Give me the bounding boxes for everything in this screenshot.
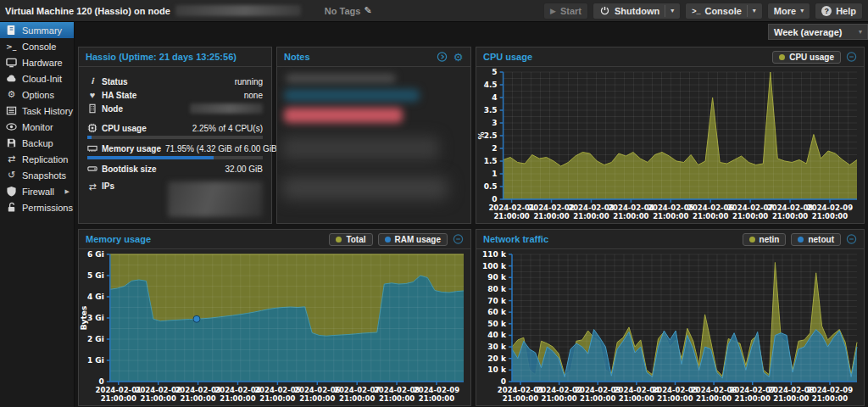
svg-text:2024-02-09: 2024-02-09 bbox=[414, 386, 459, 394]
svg-text:110 k: 110 k bbox=[482, 250, 507, 259]
svg-text:>_: >_ bbox=[6, 42, 17, 51]
legend-label: netout bbox=[808, 235, 834, 244]
shield-icon bbox=[6, 186, 17, 197]
svg-text:21:00:00: 21:00:00 bbox=[533, 212, 569, 220]
sidebar-item-permissions[interactable]: Permissions bbox=[0, 199, 74, 215]
sidebar-item-monitor[interactable]: Monitor bbox=[0, 119, 74, 135]
svg-text:21:00:00: 21:00:00 bbox=[220, 394, 255, 403]
sidebar-item-console[interactable]: >_ Console bbox=[0, 38, 74, 54]
collapse-icon[interactable] bbox=[453, 234, 464, 245]
svg-text:Bytes: Bytes bbox=[80, 306, 88, 331]
svg-text:10 k: 10 k bbox=[487, 365, 507, 374]
sidebar-item-replication[interactable]: ⇄ Replication bbox=[0, 151, 74, 167]
chevron-down-icon[interactable]: ▾ bbox=[753, 7, 756, 14]
gear-icon[interactable]: ⚙ bbox=[453, 52, 464, 63]
memory-panel-header: Memory usage Total RAM usage bbox=[79, 230, 470, 249]
collapse-icon[interactable] bbox=[846, 52, 857, 63]
shutdown-button[interactable]: Shutdown ▾ bbox=[593, 3, 681, 20]
sidebar-item-label: Console bbox=[22, 42, 56, 52]
sidebar-item-backup[interactable]: Backup bbox=[0, 135, 74, 151]
chevron-down-icon: ▾ bbox=[800, 7, 804, 14]
display-icon bbox=[6, 57, 17, 68]
svg-text:30 k: 30 k bbox=[487, 343, 507, 351]
cpu-panel-title: CPU usage bbox=[483, 52, 532, 62]
node-name-redacted bbox=[175, 5, 301, 16]
ips-value-redacted bbox=[168, 181, 263, 217]
legend-cpu-usage[interactable]: CPU usage bbox=[772, 51, 841, 64]
sidebar-item-label: Monitor bbox=[22, 122, 53, 132]
svg-text:2: 2 bbox=[492, 144, 497, 153]
svg-text:21:00:00: 21:00:00 bbox=[419, 394, 454, 403]
info-icon: i bbox=[87, 76, 97, 87]
play-icon: ▶ bbox=[550, 7, 556, 15]
network-panel-title: Network traffic bbox=[483, 234, 548, 244]
sidebar-item-summary[interactable]: Summary bbox=[0, 22, 74, 38]
power-icon bbox=[599, 5, 610, 16]
legend-netout[interactable]: netout bbox=[791, 233, 841, 246]
collapse-icon[interactable] bbox=[846, 234, 857, 245]
submenu-arrow-icon: ▶ bbox=[65, 188, 70, 195]
network-traffic-chart[interactable]: 110 k100 k90 k80 k70 k60 k50 k40 k30 k20… bbox=[476, 249, 864, 405]
start-button[interactable]: ▶ Start bbox=[543, 3, 588, 20]
sidebar-item-options[interactable]: ⚙ Options bbox=[0, 86, 74, 103]
redacted-text-block bbox=[282, 177, 448, 199]
terminal-icon: >_ bbox=[6, 41, 17, 52]
sidebar-item-snapshots[interactable]: ↺ Snapshots bbox=[0, 167, 74, 183]
svg-text:1 Gi: 1 Gi bbox=[87, 356, 104, 365]
topbar: Virtual Machine 120 (Hassio) on node No … bbox=[0, 0, 868, 22]
svg-text:3: 3 bbox=[492, 119, 497, 127]
svg-text:5: 5 bbox=[492, 68, 497, 76]
console-button[interactable]: >_ Console ▾ bbox=[685, 3, 763, 20]
status-row-label: Bootdisk size bbox=[102, 164, 156, 174]
status-panel: Hassio (Uptime: 21 days 13:25:56) i Stat… bbox=[78, 47, 272, 224]
svg-text:21:00:00: 21:00:00 bbox=[657, 394, 693, 403]
sidebar-item-hardware[interactable]: Hardware bbox=[0, 54, 74, 70]
memory-panel-title: Memory usage bbox=[86, 234, 151, 244]
sidebar-item-task-history[interactable]: Task History bbox=[0, 103, 74, 119]
legend-label: netin bbox=[760, 235, 780, 244]
status-row-value: running bbox=[235, 77, 263, 86]
cpu-panel-header: CPU usage CPU usage bbox=[476, 47, 864, 67]
svg-text:20 k: 20 k bbox=[487, 354, 507, 363]
chevron-down-icon[interactable]: ▾ bbox=[670, 7, 674, 14]
memory-usage-chart[interactable]: 6 Gi5 Gi4 Gi3 Gi2 Gi1 Gi02024-02-0121:00… bbox=[79, 249, 470, 405]
status-row-label: Node bbox=[102, 104, 123, 114]
svg-text:2.5: 2.5 bbox=[484, 131, 498, 140]
svg-text:%: % bbox=[477, 131, 486, 139]
legend-netin[interactable]: netin bbox=[743, 233, 787, 246]
status-row-label: Status bbox=[102, 77, 128, 86]
arrows-exchange-icon: ⇄ bbox=[6, 153, 17, 164]
eye-icon bbox=[6, 121, 17, 132]
node-value-redacted bbox=[190, 103, 263, 114]
help-button[interactable]: ? Help bbox=[815, 3, 863, 20]
sidebar-item-label: Snapshots bbox=[22, 170, 66, 181]
status-row-label: IPs bbox=[102, 181, 114, 191]
tags-label: No Tags bbox=[325, 6, 361, 16]
sidebar-item-cloud-init[interactable]: Cloud-Init bbox=[0, 70, 74, 86]
notes-content-redacted[interactable] bbox=[277, 67, 470, 223]
open-circle-icon[interactable] bbox=[437, 52, 448, 63]
more-button[interactable]: More ▾ bbox=[767, 3, 810, 20]
svg-text:70 k: 70 k bbox=[487, 297, 507, 305]
status-row: CPU usage 2.25% of 4 CPU(s) bbox=[87, 121, 263, 135]
legend-ram-usage[interactable]: RAM usage bbox=[378, 233, 448, 246]
memory-usage-panel: Memory usage Total RAM usage 6 Gi5 Gi4 G… bbox=[78, 229, 471, 406]
gear-icon: ⚙ bbox=[6, 89, 17, 100]
edit-tags-icon[interactable]: ✎ bbox=[364, 5, 371, 16]
memory-icon bbox=[87, 143, 97, 154]
svg-text:3 Gi: 3 Gi bbox=[87, 314, 104, 322]
cpu-usage-chart[interactable]: 54.543.532.521.510.502024-02-0121:00:002… bbox=[476, 67, 864, 223]
history-icon: ↺ bbox=[6, 170, 17, 181]
period-selector[interactable]: Week (average) ▾ bbox=[768, 24, 868, 40]
svg-text:1: 1 bbox=[492, 170, 497, 178]
svg-text:40 k: 40 k bbox=[487, 331, 507, 339]
sidebar-item-label: Permissions bbox=[22, 203, 73, 213]
legend-total[interactable]: Total bbox=[329, 233, 372, 246]
svg-text:21:00:00: 21:00:00 bbox=[541, 394, 576, 403]
svg-text:1.5: 1.5 bbox=[484, 157, 498, 165]
status-row-label: HA State bbox=[102, 91, 136, 100]
legend-dot bbox=[779, 54, 785, 60]
start-button-label: Start bbox=[560, 6, 581, 16]
svg-text:21:00:00: 21:00:00 bbox=[693, 212, 728, 220]
sidebar-item-firewall[interactable]: Firewall ▶ bbox=[0, 183, 74, 199]
